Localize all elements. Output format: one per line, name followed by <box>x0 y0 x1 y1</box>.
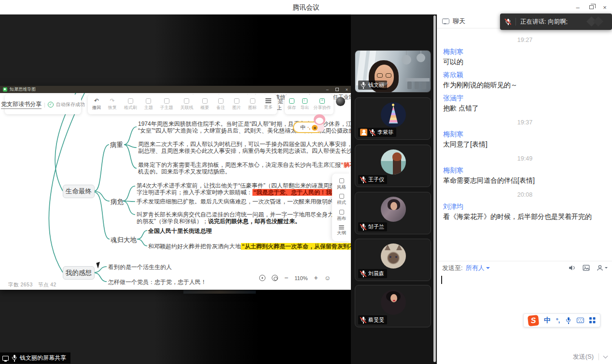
export-icon <box>302 98 307 104</box>
save-button[interactable]: 保存 <box>288 98 296 111</box>
send-image-icon[interactable] <box>582 264 590 272</box>
format-panel-button[interactable]: 样式 <box>337 194 346 206</box>
video-tile[interactable]: 邹子兰 <box>355 192 431 234</box>
chat-sender[interactable]: 梅刻寒 <box>443 166 607 175</box>
node-critically-ill[interactable]: 病重 <box>110 141 123 149</box>
map-text[interactable]: 字注明进手术前；推入手术室时睁大眼睛喊：“我是忠于党、忠于人民的！我不是投降派！… <box>137 189 351 196</box>
chat-message: 太同意了[表情] <box>443 140 607 149</box>
participant-nametag: 蔡旻旻 <box>358 315 387 324</box>
map-text[interactable]: 最终定下的方案需要毛主席拍板，周恩来不放心，决定亲自去长沙向毛主席汇报“躺不了那… <box>138 162 351 168</box>
map-text[interactable]: 叫罗青长部长来病房交代自己牵挂的台湾统一问题，并一字一字地用尽全身力气说“千万要… <box>137 211 351 218</box>
avatar <box>381 197 406 222</box>
shared-screen-region: 知犀思维导图 – × 1949年时他已经72岁，周恩来到他家中提出请他担任政务院… <box>0 14 351 364</box>
undo-button[interactable]: ↶撤回 <box>92 98 101 111</box>
voice-input-icon[interactable] <box>565 317 571 324</box>
map-text[interactable]: 副总理、且周恩来很关心此次人事安排，病重仍每天找老同志谈话。四人帮便去长沙告周恩… <box>138 148 351 154</box>
map-text[interactable]: 周恩来二次大手术，四人帮以为时机已到，可以一手操办四届全国人大的人事安排，但毛主… <box>138 141 351 148</box>
app-maximize-button[interactable] <box>335 88 339 91</box>
sogou-ime-toolbar: S 中 °, <box>523 313 600 327</box>
chat-timestamp: 19:49 <box>443 155 607 162</box>
account-avatar[interactable] <box>336 97 345 106</box>
chat-timestamp: 19:27 <box>443 37 607 43</box>
map-text[interactable]: 和邓颖超约好火葬并把骨灰洒向大地“从土葬到火葬是一次革命，从保留骨灰到不保留骨灰… <box>148 243 351 250</box>
speaking-toast: 正在讲话: 向前啊; <box>500 13 612 30</box>
node-dying[interactable]: 病危 <box>111 198 124 206</box>
window-restore-button[interactable] <box>585 2 598 13</box>
more-icon <box>265 98 271 99</box>
window-close-button[interactable]: × <box>598 2 611 13</box>
canvas-panel-button[interactable]: 画布 <box>337 210 346 222</box>
chat-sender[interactable]: 刘津均 <box>443 202 607 211</box>
participant-nametag: 王子仪 <box>358 175 387 184</box>
summary-button[interactable]: 概要 <box>200 98 209 111</box>
map-text[interactable]: 第4次大手术进手术室前，让找出他关于“伍豪事件”（四人帮翻出来的诬蔑周恩来的虚假… <box>137 182 351 189</box>
sogou-logo-icon[interactable]: S <box>528 314 539 326</box>
restore-icon <box>589 5 594 9</box>
map-text[interactable]: 看到的是一个活生生的人 <box>108 264 172 270</box>
send-to-dropdown[interactable]: 所有人 <box>466 264 490 272</box>
relation-line-button[interactable]: 关联线 <box>180 98 193 111</box>
map-text[interactable]: 手术发现癌细胞已扩散。最后几天病痛难忍，一次次昏迷，一次醒来用微弱的声音唱起《国… <box>137 198 351 205</box>
ime-menu-icon[interactable] <box>589 317 596 324</box>
document-title[interactable]: 党支部读书分享 <box>1 100 42 109</box>
chat-sender[interactable]: 张涵宇 <box>443 94 607 103</box>
chat-sender[interactable]: 梅刻寒 <box>443 130 607 139</box>
share-collab-button[interactable]: 分享协作 <box>314 98 331 111</box>
canvas-zoom-bar: − 110% + ☺ <box>259 274 331 282</box>
locate-center-icon[interactable] <box>272 275 278 281</box>
map-text[interactable]: 机去的。回来后手术又发现结肠癌。 <box>138 168 231 175</box>
window-minimize-button[interactable]: – <box>571 2 584 13</box>
video-tile[interactable]: 钱文丽 <box>355 50 431 93</box>
app-close-button[interactable]: × <box>346 87 348 92</box>
node-my-thoughts[interactable]: 我的感想 <box>63 266 95 280</box>
ime-mode-toggle[interactable]: 中 <box>544 316 551 325</box>
app-title: 腾讯会议 <box>0 0 612 14</box>
topic-button[interactable]: 主题 <box>144 98 153 111</box>
participant-nametag: 李紫菲 <box>358 128 396 137</box>
outline-panel-button[interactable]: 大纲 <box>337 225 346 236</box>
host-badge-icon <box>360 129 367 136</box>
zoom-in-button[interactable]: + <box>314 275 318 281</box>
video-list-scrollbar[interactable] <box>433 15 436 362</box>
redo-button[interactable]: ↷恢复 <box>108 98 117 111</box>
subtopic-button[interactable]: 子主题 <box>160 98 173 111</box>
style-panel-button[interactable]: 风格 <box>337 178 346 190</box>
pan-mode-icon[interactable] <box>259 275 265 281</box>
map-text[interactable]: 的朋友”（张学良和张镇）；说完后闭眼休息，却再也没醒过来。 <box>137 218 301 225</box>
format-painter-button[interactable]: 格式刷 <box>124 98 137 111</box>
document-title-card: 党支部读书分享 | ✓ 自动保存成功 <box>5 94 81 114</box>
note-button[interactable]: 备注 <box>216 98 225 111</box>
member-icon <box>596 264 604 272</box>
mic-muted-icon <box>360 317 366 324</box>
video-tile[interactable]: 蔡旻旻 <box>355 285 431 327</box>
video-tile[interactable]: 刘晨森 <box>355 239 431 281</box>
screen-share-overlay-label: 钱文丽的屏幕共享 <box>0 352 70 364</box>
send-button[interactable]: 发送(S) <box>573 352 594 361</box>
send-options-chevron-icon[interactable] <box>603 353 608 358</box>
mention-member-dropdown[interactable] <box>596 264 608 272</box>
insert-icon-button[interactable]: 图标 <box>248 98 257 111</box>
insert-image-button[interactable]: 图片 <box>232 98 241 111</box>
more-button[interactable]: 更多 <box>264 98 273 110</box>
zoom-out-button[interactable]: − <box>284 275 288 281</box>
participant-video-column: 钱文丽 李紫菲 王子仪 邹子兰 刘晨森 <box>351 14 437 364</box>
video-tile[interactable]: 王子仪 <box>355 145 431 187</box>
export-button[interactable]: 导出 <box>301 98 309 111</box>
chat-title: 聊天 <box>453 17 465 26</box>
mic-muted-icon <box>360 270 366 277</box>
video-tile[interactable]: 李紫菲 <box>355 97 431 140</box>
map-text[interactable]: 全国人民十里长街送总理 <box>148 228 212 234</box>
mindmap-canvas[interactable]: 1949年时他已经72岁，周恩来到他家中提出请他担任政务院副总理兼任工业部长，说… <box>0 93 351 290</box>
node-return-to-earth[interactable]: 魂归大地 <box>111 236 137 244</box>
map-text[interactable]: 怎样做一个党员：忠于党，忠于人民！ <box>108 279 207 285</box>
chat-sender[interactable]: 梅刻寒 <box>443 48 607 56</box>
emoji-feedback-icon[interactable]: ☺ <box>324 274 331 282</box>
chat-message-list[interactable]: 19:27 梅刻寒 可以的 蒋欣颖 作为刚刚说的能听见的～ 张涵宇 抱歉 点错了… <box>437 28 612 261</box>
ime-punct-toggle[interactable]: °, <box>556 317 560 324</box>
virtual-keyboard-icon[interactable] <box>577 318 584 323</box>
sound-notify-icon[interactable] <box>568 264 576 272</box>
word-node-count: 字数 2653 节点 42 <box>8 282 56 288</box>
chat-sender[interactable]: 蒋欣颖 <box>443 71 607 80</box>
node-life-final[interactable]: 生命最终 <box>63 185 95 198</box>
app-minimize-button[interactable]: – <box>326 87 329 92</box>
